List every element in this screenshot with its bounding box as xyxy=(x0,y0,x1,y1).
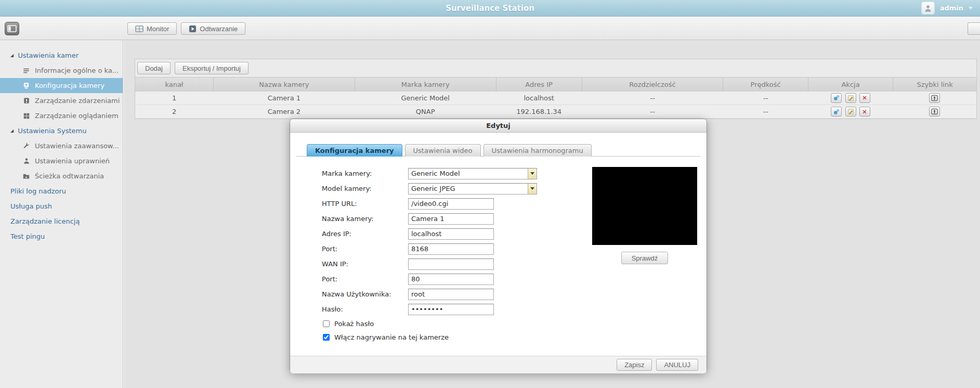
connect-button[interactable] xyxy=(831,93,842,103)
field-label: Model kamery: xyxy=(290,185,408,192)
grid-icon xyxy=(22,112,31,120)
quick-link-icon xyxy=(931,95,938,101)
export-import-button[interactable]: Eksportuj / Importuj xyxy=(175,62,249,74)
col-resolution[interactable]: Rozdzielczość xyxy=(582,77,723,92)
edit-button[interactable] xyxy=(845,107,856,117)
enable-recording-checkbox[interactable] xyxy=(323,334,330,341)
toggle-sidebar-button[interactable] xyxy=(5,22,19,35)
checkbox-label: Włącz nagrywanie na tej kamerze xyxy=(334,333,449,341)
play-icon xyxy=(189,25,197,33)
quick-link-button[interactable] xyxy=(929,107,940,117)
cell-quick-link xyxy=(893,92,976,105)
sidebar-item-privilege-settings[interactable]: Ustawienia uprawnień xyxy=(0,153,123,169)
edit-button[interactable] xyxy=(845,93,856,103)
cell-camera-brand: Generic Model xyxy=(355,92,496,105)
col-speed[interactable]: Prędkość xyxy=(723,77,808,92)
cancel-button[interactable]: ANULUJ xyxy=(656,359,698,371)
monitor-button-label: Monitor xyxy=(147,25,169,33)
field-row: Nazwa kamery: xyxy=(290,211,584,226)
delete-x-icon xyxy=(861,109,868,115)
connect-button[interactable] xyxy=(831,107,842,117)
field-label: WAN IP: xyxy=(290,260,408,268)
sidebar-item-view-management[interactable]: Zarządzanie oglądaniem xyxy=(0,108,123,123)
col-camera-brand[interactable]: Marka kamery xyxy=(355,77,496,92)
camera-name-input[interactable] xyxy=(408,213,494,225)
field-row: HTTP URL: xyxy=(290,196,584,211)
expand-arrow-icon: ◢ xyxy=(10,54,14,58)
edge-partial-button[interactable] xyxy=(968,22,980,35)
quick-link-button[interactable] xyxy=(929,93,940,103)
sidebar-link-push-service[interactable]: Usługa push xyxy=(0,199,123,214)
select-value: Generic Model xyxy=(409,170,528,177)
field-row: Adres IP: xyxy=(290,226,584,241)
checkbox-row: Pokaż hasło xyxy=(290,317,584,330)
monitor-button[interactable]: Monitor xyxy=(127,22,177,35)
password-input[interactable] xyxy=(408,304,494,315)
cell-actions xyxy=(808,92,893,105)
http-url-input[interactable] xyxy=(408,198,494,210)
delete-button[interactable] xyxy=(859,107,870,117)
sidebar-item-label: Ustawienia uprawnień xyxy=(35,157,110,165)
col-ip-address[interactable]: Adres IP xyxy=(496,77,582,92)
topbar: Surveillance Station admin xyxy=(0,0,980,17)
wan-port-input[interactable] xyxy=(408,274,494,285)
show-password-checkbox[interactable] xyxy=(323,320,330,327)
field-row: Marka kamery: Generic Model xyxy=(290,166,584,181)
cell-channel: 1 xyxy=(135,92,213,105)
tab-video-settings[interactable]: Ustawienia wideo xyxy=(405,144,481,157)
playback-button[interactable]: Odtwarzanie xyxy=(181,22,245,35)
sidebar-item-camera-overview[interactable]: Informacje ogólne o ka... xyxy=(0,63,123,78)
sidebar-item-playback-path[interactable]: Ścieżka odtwarzania xyxy=(0,169,123,184)
sidebar-item-camera-configuration[interactable]: Konfiguracja kamery xyxy=(0,78,123,93)
username-input[interactable] xyxy=(408,289,494,300)
port-input[interactable] xyxy=(408,243,494,255)
tab-schedule-settings[interactable]: Ustawienia harmonogramu xyxy=(484,144,592,157)
toolbar: Monitor Odtwarzanie xyxy=(0,17,980,40)
sidebar-link-label: Test pingu xyxy=(10,232,45,240)
user-menu[interactable]: admin xyxy=(921,2,973,15)
camera-brand-select[interactable]: Generic Model xyxy=(408,168,537,179)
col-action[interactable]: Akcja xyxy=(808,77,893,92)
layout-panel-icon xyxy=(7,25,17,32)
chevron-down-icon xyxy=(528,169,537,179)
sidebar-item-label: Ustawienia zaawansow... xyxy=(35,142,119,150)
col-quick-link[interactable]: Szybki link xyxy=(893,77,976,92)
username-label: admin xyxy=(940,4,963,12)
col-camera-name[interactable]: Nazwa kamery xyxy=(213,77,355,92)
delete-button[interactable] xyxy=(859,93,870,103)
camera-model-select[interactable]: Generic JPEG xyxy=(408,183,537,195)
cell-actions xyxy=(808,105,893,119)
test-connection-button[interactable]: Sprawdź xyxy=(621,252,668,264)
sidebar-item-label: Zarządzanie oglądaniem xyxy=(35,112,119,120)
table-header-row: kanał Nazwa kamery Marka kamery Adres IP… xyxy=(135,77,976,92)
sidebar-link-ping-test[interactable]: Test pingu xyxy=(0,229,123,244)
cell-resolution: -- xyxy=(582,105,723,119)
monitor-icon xyxy=(135,25,143,32)
app-title: Surveillance Station xyxy=(0,4,980,13)
add-camera-button[interactable]: Dodaj xyxy=(137,62,171,74)
wan-ip-input[interactable] xyxy=(408,258,494,270)
sidebar-link-surveillance-logs[interactable]: Pliki log nadzoru xyxy=(0,184,123,199)
field-row: Port: xyxy=(290,271,584,287)
dialog-tabs: Konfiguracja kamery Ustawienia wideo Ust… xyxy=(296,144,700,157)
table-row[interactable]: 2 Camera 2 QNAP 192.168.1.34 -- -- xyxy=(135,105,976,119)
select-value: Generic JPEG xyxy=(409,185,528,192)
cell-ip-address: 192.168.1.34 xyxy=(496,105,582,119)
cell-speed: -- xyxy=(723,105,808,119)
save-button[interactable]: Zapisz xyxy=(617,359,652,371)
sidebar-link-label: Pliki log nadzoru xyxy=(10,187,66,195)
col-channel[interactable]: kanał xyxy=(135,77,213,92)
folder-play-icon xyxy=(22,172,31,180)
sidebar-group-system-settings[interactable]: ◢ Ustawienia Systemu xyxy=(0,123,123,138)
ip-address-input[interactable] xyxy=(408,228,494,240)
sidebar-group-camera-settings[interactable]: ◢ Ustawienia kamer xyxy=(0,48,123,63)
table-row[interactable]: 1 Camera 1 Generic Model localhost -- -- xyxy=(135,92,976,105)
sidebar-item-event-management[interactable]: Zarządzanie zdarzeniami xyxy=(0,93,123,108)
sidebar-item-advanced-settings[interactable]: Ustawienia zaawansow... xyxy=(0,138,123,153)
checkbox-row: Włącz nagrywanie na tej kamerze xyxy=(290,330,584,344)
tab-camera-configuration[interactable]: Konfiguracja kamery xyxy=(307,144,402,157)
sidebar-link-license-management[interactable]: Zarządzanie licencją xyxy=(0,214,123,229)
field-row: Hasło: xyxy=(290,302,584,317)
sidebar: ◢ Ustawienia kamer Informacje ogólne o k… xyxy=(0,41,123,388)
field-label: Hasło: xyxy=(290,305,408,313)
